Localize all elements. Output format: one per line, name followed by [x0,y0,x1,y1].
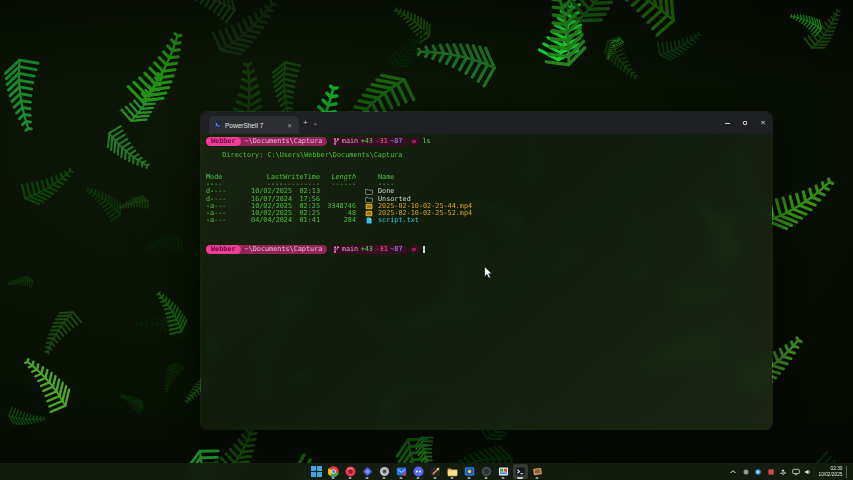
tab-dropdown-button[interactable]: ⌄ [313,120,318,126]
prompt-path-segment: Webber ~\Documents\Captura [206,137,327,146]
cell-length: 284 [320,217,356,224]
taskbar-icon-media-app[interactable] [530,464,545,479]
taskbar-icon-tool-app[interactable] [428,464,443,479]
prompt-status-icon [410,137,419,146]
taskbar-icon-settings-app[interactable] [377,464,392,479]
tray-chevron-up-icon[interactable] [729,465,738,478]
tab-powershell[interactable]: PowerShell 7 ✕ [209,116,299,134]
running-indicator [485,477,488,479]
tray-usb-icon[interactable] [779,465,788,478]
taskbar-clock[interactable]: 02:30 10/02/2025 [818,466,842,477]
running-indicator [451,477,454,479]
maximize-icon [743,121,748,126]
taskbar-icon-start[interactable] [309,464,324,479]
running-indicator [332,477,335,479]
desktop: PowerShell 7 ✕ + ⌄ ✕ Webber ~\Documents\… [0,0,853,480]
taskbar-icon-diamond-app[interactable] [360,464,375,479]
video-file-icon [365,203,373,210]
prompt-git-segment: main +43 -31 ~8? [330,245,406,254]
prompt-line-2: Webber ~\Documents\Captura main +43 -31 … [206,246,772,253]
cell-mode: -a--- [206,217,240,224]
running-indicator [383,477,386,479]
git-branch-name: main [342,246,358,253]
mouse-cursor [484,265,493,283]
cell-date: 04/04/2024 [240,217,292,224]
tray-tray-blue-icon[interactable] [754,465,763,478]
directory-line: Directory: C:\Users\Webber\Documents\Cap… [206,152,772,159]
running-indicator [517,477,523,479]
folder-icon [365,196,373,203]
git-added-count: +43 [361,246,373,253]
taskbar-icon-chrome[interactable] [326,464,341,479]
git-branch-icon [334,246,339,253]
taskbar-icon-red-app[interactable] [343,464,358,479]
tab-close-icon[interactable]: ✕ [285,122,294,129]
running-indicator [502,477,505,479]
text-file-icon [365,217,373,224]
new-tab-button[interactable]: + [303,119,308,127]
video-file-icon [365,210,373,217]
tab-title: PowerShell 7 [225,122,263,129]
table-row: -a---04/04/202401:41284script.txt [206,217,772,224]
taskbar-icon-discord[interactable] [411,464,426,479]
powershell-icon [214,121,221,129]
git-deleted-count: -31 [375,138,387,145]
git-added-count: +43 [361,138,373,145]
tray-display-icon[interactable] [791,465,800,478]
maximize-button[interactable] [736,112,754,134]
prompt-git-segment: main +43 -31 ~8? [330,137,406,146]
taskbar-icon-gray-app[interactable] [479,464,494,479]
running-indicator [349,477,352,479]
prompt-path: ~\Documents\Captura [241,138,323,145]
running-indicator [434,477,437,479]
column-underline: ------ [320,181,356,188]
cell-time: 01:41 [292,217,320,224]
prompt-path: ~\Documents\Captura [241,246,323,253]
text-cursor [423,246,426,253]
folder-icon [365,188,373,195]
clock-date: 10/02/2025 [818,472,842,478]
running-indicator [417,477,420,479]
taskbar-icon-mail-app[interactable] [394,464,409,479]
git-branch-icon [334,138,339,145]
window-titlebar[interactable]: PowerShell 7 ✕ + ⌄ ✕ [201,112,772,134]
prompt-username: Webber [206,137,241,146]
tray-volume-icon[interactable] [804,465,813,478]
minimize-button[interactable] [718,112,736,134]
prompt-status-icon [410,245,419,254]
taskbar: 02:30 10/02/2025 [0,463,853,480]
minimize-icon [725,123,730,124]
prompt-path-segment: Webber ~\Documents\Captura [206,245,327,254]
close-button[interactable]: ✕ [754,112,772,134]
prompt-username: Webber [206,245,241,254]
git-branch-name: main [342,138,358,145]
running-indicator [468,477,471,479]
show-desktop-button[interactable] [846,466,849,478]
running-indicator [400,477,403,479]
running-indicator [536,477,539,479]
git-deleted-count: -31 [375,246,387,253]
taskbar-icon-capture-app[interactable] [462,464,477,479]
prompt-line-1: Webber ~\Documents\Captura main +43 -31 … [206,138,772,145]
running-indicator [366,477,369,479]
git-modified-count: ~8? [390,138,402,145]
taskbar-icon-file-explorer[interactable] [445,464,460,479]
taskbar-icon-windows-terminal[interactable] [513,464,528,479]
taskbar-icon-package-app[interactable] [496,464,511,479]
git-modified-count: ~8? [390,246,402,253]
command-text: ls [423,138,431,145]
tray-tray-red-icon[interactable] [766,465,775,478]
tray-tray-gray-icon[interactable] [741,465,750,478]
cell-filename: script.txt [378,217,419,224]
